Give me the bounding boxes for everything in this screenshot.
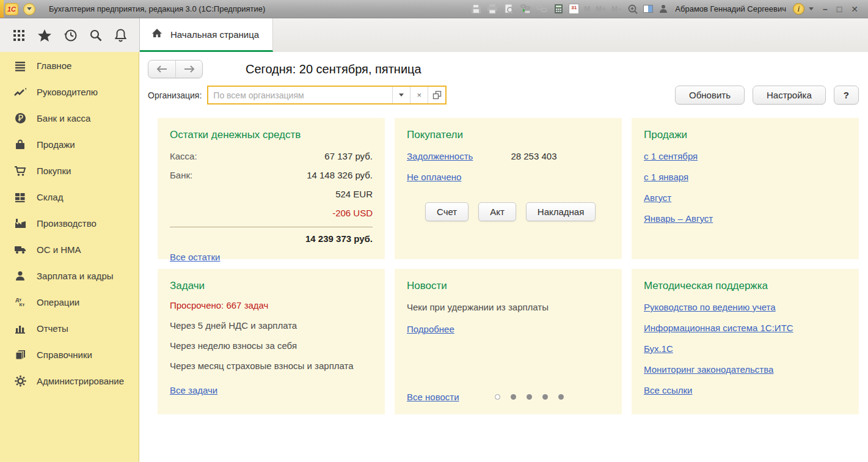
sidebar-item-payroll-hr[interactable]: Зарплата и кадры xyxy=(0,263,139,289)
history-icon[interactable] xyxy=(64,28,78,42)
links-icon[interactable] xyxy=(536,3,548,15)
organization-row: Организация: × Обновить Настройка ? xyxy=(148,86,859,105)
invoice-button[interactable]: Счет xyxy=(425,202,469,221)
sidebar-item-sales[interactable]: Продажи xyxy=(0,131,139,158)
organization-label: Организация: xyxy=(148,90,202,100)
panel-cash-balances: Остатки денежных средств Касса: 67 137 р… xyxy=(158,118,385,259)
save-icon[interactable] xyxy=(470,3,482,15)
sales-period-link[interactable]: Август xyxy=(644,193,847,203)
all-news-link[interactable]: Все новости xyxy=(407,392,459,402)
print-icon[interactable] xyxy=(486,3,498,15)
debt-link[interactable]: Задолженность xyxy=(407,151,473,161)
panel-title: Покупатели xyxy=(407,129,610,141)
search-icon[interactable] xyxy=(89,29,103,42)
back-button[interactable] xyxy=(148,61,175,78)
page-action-buttons: Обновить Настройка ? xyxy=(675,86,859,105)
help-button[interactable]: ? xyxy=(834,86,859,105)
task-line: Через неделю взносы за себя xyxy=(170,340,373,351)
panel-title: Остатки денежных средств xyxy=(170,129,373,141)
zoom-icon[interactable] xyxy=(627,3,639,15)
panel-title: Задачи xyxy=(170,280,373,292)
support-link[interactable]: Руководство по ведению учета xyxy=(644,302,847,312)
memory-minus-button[interactable]: M− xyxy=(611,5,622,13)
sidebar-item-bank-cash[interactable]: Банк и касса xyxy=(0,105,139,131)
sales-period-link[interactable]: с 1 января xyxy=(644,172,847,182)
tab-bar: Начальная страница xyxy=(139,18,868,52)
notifications-bell-icon[interactable] xyxy=(114,28,127,42)
info-icon[interactable]: i xyxy=(793,3,804,15)
support-link[interactable]: Информационная система 1С:ИТС xyxy=(644,323,847,333)
brand-strip xyxy=(0,0,4,18)
news-pager-dot[interactable] xyxy=(495,394,500,400)
cash-row-eur: 524 EUR xyxy=(170,189,373,199)
customer-doc-buttons: Счет Акт Накладная xyxy=(425,202,596,221)
minimize-button[interactable]: – xyxy=(823,5,828,13)
print-preview-icon[interactable] xyxy=(503,3,515,15)
sidebar-item-administration[interactable]: Администрирование xyxy=(0,368,139,394)
titlebar-actions: 31 M M+ M− Абрамов Геннадий Сергеевич i … xyxy=(470,3,868,15)
favorites-star-icon[interactable] xyxy=(37,29,52,42)
all-balances-link[interactable]: Все остатки xyxy=(170,252,220,262)
sidebar: Главное Руководителю Банк и касса Продаж… xyxy=(0,52,139,462)
bar-chart-icon xyxy=(14,324,26,334)
split-view-icon[interactable] xyxy=(643,5,653,13)
sidebar-item-purchases[interactable]: Покупки xyxy=(0,158,139,184)
sidebar-item-label: Главное xyxy=(37,61,71,71)
refresh-button[interactable]: Обновить xyxy=(675,86,745,105)
organization-input[interactable] xyxy=(208,87,392,103)
menu-lines-icon xyxy=(14,61,26,72)
organization-clear-button[interactable]: × xyxy=(410,87,428,103)
current-user-name[interactable]: Абрамов Геннадий Сергеевич xyxy=(675,4,786,13)
calculator-icon[interactable] xyxy=(552,3,564,15)
sidebar-item-manager[interactable]: Руководителю xyxy=(0,79,139,105)
panel-method-support: Методическая поддержка Руководство по ве… xyxy=(632,269,859,414)
apps-grid-icon[interactable] xyxy=(12,29,26,42)
info-menu-chevron-icon[interactable] xyxy=(809,7,814,10)
unpaid-link[interactable]: Не оплачено xyxy=(407,172,461,182)
news-pager-dot[interactable] xyxy=(558,394,564,400)
all-links-link[interactable]: Все ссылки xyxy=(644,385,847,395)
maximize-button[interactable]: □ xyxy=(837,5,842,13)
sales-period-link[interactable]: Январь – Август xyxy=(644,213,847,224)
cash-row-bank: Банк: 14 148 326 руб. xyxy=(170,170,373,180)
get-link-icon[interactable] xyxy=(519,3,531,15)
settings-button[interactable]: Настройка xyxy=(753,86,826,105)
calendar-icon[interactable]: 31 xyxy=(569,4,579,14)
chevron-down-icon xyxy=(27,7,32,10)
memory-plus-button[interactable]: M+ xyxy=(595,5,607,13)
news-pager-dot[interactable] xyxy=(542,394,548,400)
cash-total-divider xyxy=(170,227,373,227)
panel-title: Новости xyxy=(407,280,610,292)
close-button[interactable]: ✕ xyxy=(851,5,858,13)
sidebar-item-main[interactable]: Главное xyxy=(0,53,139,79)
sidebar-item-reports[interactable]: Отчеты xyxy=(0,315,139,342)
sidebar-item-directories[interactable]: Справочники xyxy=(0,342,139,368)
sidebar-item-warehouse[interactable]: Склад xyxy=(0,184,139,210)
sidebar-item-production[interactable]: Производство xyxy=(0,210,139,237)
panel-sales: Продажи с 1 сентября с 1 января Август Я… xyxy=(632,118,859,259)
sales-period-link[interactable]: с 1 сентября xyxy=(644,151,847,161)
memory-recall-button[interactable]: M xyxy=(583,5,591,13)
waybill-button[interactable]: Накладная xyxy=(526,202,596,221)
sidebar-item-fixed-assets[interactable]: ОС и НМА xyxy=(0,237,139,263)
sidebar-item-operations[interactable]: ДтКт Операции xyxy=(0,289,139,315)
act-button[interactable]: Акт xyxy=(478,202,516,221)
tab-home-page[interactable]: Начальная страница xyxy=(140,18,273,52)
news-pager-dot[interactable] xyxy=(511,394,516,400)
organization-dropdown-button[interactable] xyxy=(392,87,410,103)
organization-open-list-button[interactable] xyxy=(428,87,445,103)
sidebar-item-label: ОС и НМА xyxy=(37,244,81,255)
all-tasks-link[interactable]: Все задачи xyxy=(170,385,217,395)
support-link[interactable]: Бух.1С xyxy=(644,343,847,354)
sidebar-item-label: Руководителю xyxy=(37,87,98,97)
factory-icon xyxy=(14,218,26,229)
main-menu-button[interactable] xyxy=(23,3,35,15)
support-link[interactable]: Мониторинг законодательства xyxy=(644,364,847,375)
debit-credit-icon: ДтКт xyxy=(14,298,26,307)
news-more-link[interactable]: Подробнее xyxy=(407,324,454,334)
cash-row-kassa: Касса: 67 137 руб. xyxy=(170,151,373,161)
main-content: Сегодня: 20 сентября, пятница Организаци… xyxy=(139,52,868,462)
trend-chart-icon xyxy=(14,87,26,97)
forward-button[interactable] xyxy=(175,61,202,78)
news-pager-dot[interactable] xyxy=(527,394,532,400)
